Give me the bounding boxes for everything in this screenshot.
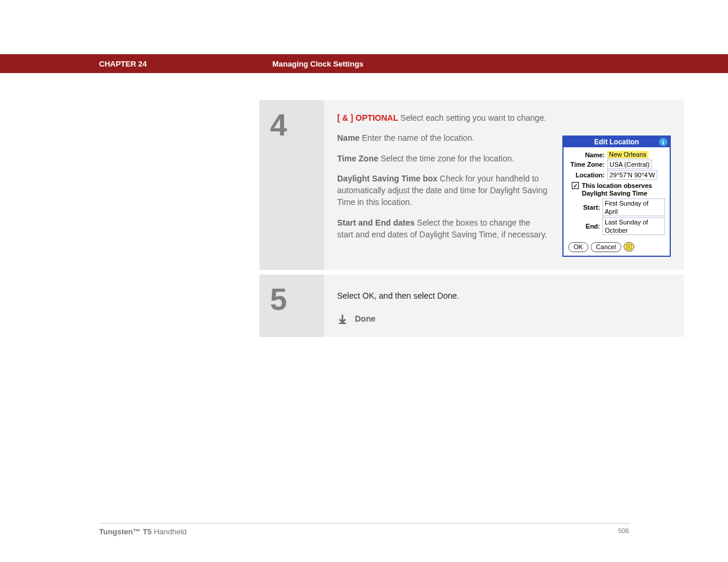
dialog-name-label: Name: — [568, 151, 605, 158]
step-number-column: 4 — [259, 100, 324, 270]
timezone-field-label: Time Zone — [337, 154, 378, 163]
product-name-bold: Tungsten™ T5 — [99, 527, 151, 536]
dialog-titlebar: Edit Location i — [564, 137, 670, 147]
dialog-timezone-label: Time Zone: — [568, 161, 605, 168]
step-number-column: 5 — [259, 275, 324, 337]
startend-field-label: Start and End dates — [337, 218, 414, 227]
done-label: Done — [355, 314, 375, 323]
dialog-location-label: Location: — [568, 171, 605, 178]
product-name-rest: Handheld — [151, 527, 186, 536]
footer-divider — [99, 523, 630, 524]
timezone-field-desc: Select the time zone for the location. — [378, 154, 514, 163]
dialog-start-select[interactable]: First Sunday of April — [602, 199, 665, 216]
dst-checkbox-label: This location observes Daylight Saving T… — [582, 182, 665, 197]
edit-location-dialog: Edit Location i Name: New Orleans Time Z… — [562, 135, 671, 257]
ok-button[interactable]: OK — [568, 242, 588, 252]
dialog-name-input[interactable]: New Orleans — [607, 151, 648, 158]
name-field-label: Name — [337, 133, 360, 143]
chapter-header-bar: CHAPTER 24 Managing Clock Settings — [0, 54, 728, 73]
steps-container: 4 [ & ] OPTIONAL Select each setting you… — [259, 100, 684, 342]
cancel-button[interactable]: Cancel — [591, 242, 621, 252]
note-button[interactable] — [624, 242, 634, 252]
optional-desc: Select each setting you want to change. — [398, 113, 546, 123]
dialog-title: Edit Location — [594, 138, 639, 146]
dst-field-label: Daylight Saving Time box — [337, 174, 437, 183]
done-indicator: Done — [337, 313, 671, 324]
dst-checkbox[interactable]: ✓ — [572, 182, 579, 189]
step-5-instruction: Select OK, and then select Done. — [337, 291, 671, 300]
page-number: 506 — [618, 527, 629, 534]
down-arrow-icon — [337, 313, 348, 324]
dialog-timezone-select[interactable]: USA (Central) — [607, 160, 652, 169]
optional-tag: [ & ] OPTIONAL — [337, 113, 398, 123]
step-number-4: 4 — [270, 110, 324, 140]
chapter-label: CHAPTER 24 — [99, 59, 147, 68]
step-number-5: 5 — [270, 284, 324, 315]
name-field-desc: Enter the name of the location. — [360, 133, 475, 143]
dialog-start-label: Start: — [579, 204, 600, 211]
step-4-text: [ & ] OPTIONAL Select each setting you w… — [337, 112, 548, 257]
footer-product: Tungsten™ T5 Handheld — [99, 527, 187, 536]
step-4: 4 [ & ] OPTIONAL Select each setting you… — [259, 100, 684, 270]
dialog-end-label: End: — [579, 223, 600, 230]
step-4-body: [ & ] OPTIONAL Select each setting you w… — [324, 100, 684, 270]
info-icon[interactable]: i — [659, 138, 667, 146]
dialog-location-select[interactable]: 29°57'N 90°4'W — [607, 170, 657, 180]
step-5: 5 Select OK, and then select Done. Done — [259, 275, 684, 337]
step-5-body: Select OK, and then select Done. Done — [324, 275, 684, 337]
page-title: Managing Clock Settings — [272, 59, 364, 68]
dialog-end-select[interactable]: Last Sunday of October — [602, 217, 665, 235]
